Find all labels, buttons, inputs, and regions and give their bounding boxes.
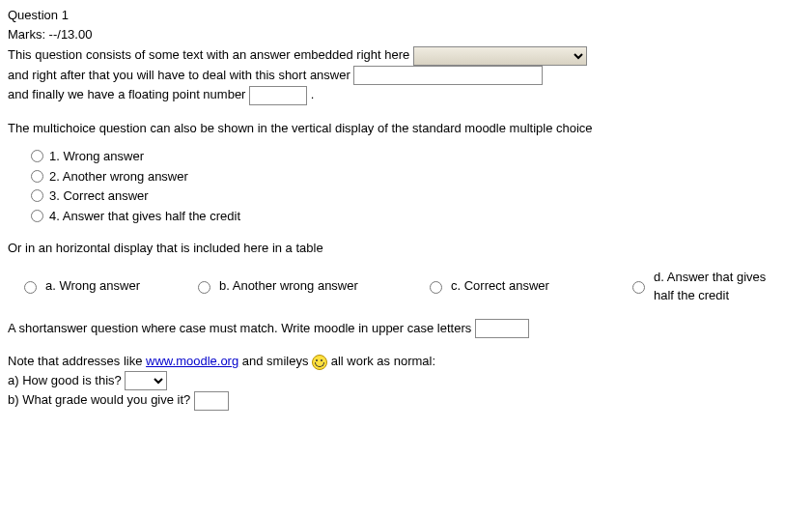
vertical-option-label: 3. Correct answer — [49, 186, 149, 206]
list-item: c. Correct answer — [425, 268, 628, 305]
list-item: 4. Answer that gives half the credit — [31, 207, 804, 226]
sub-b-text: b) What grade would you give it? — [8, 392, 194, 407]
intro-text-3-after: . — [311, 87, 315, 101]
moodle-link[interactable]: www.moodle.org — [146, 354, 238, 368]
horizontal-choice-table: a. Wrong answer b. Another wrong answer … — [8, 268, 804, 305]
note-text-after-smiley: all work as normal: — [331, 354, 435, 368]
horizontal-option-radio-b[interactable] — [198, 281, 210, 294]
note-line: Note that addresses like www.moodle.org … — [8, 352, 804, 371]
horizontal-option-label: a. Wrong answer — [45, 276, 140, 296]
list-item: a. Wrong answer — [19, 268, 193, 305]
horizontal-intro: Or in an horizontal display that is incl… — [8, 239, 804, 258]
question-marks: Marks: --/13.00 — [8, 25, 804, 44]
horizontal-option-label: b. Another wrong answer — [219, 276, 358, 296]
question-title: Question 1 — [8, 6, 804, 25]
horizontal-option-radio-d[interactable] — [632, 281, 645, 294]
vertical-choice-list: 1. Wrong answer 2. Another wrong answer … — [8, 147, 804, 225]
shortanswer-case-text: A shortanswer question where case must m… — [8, 321, 475, 335]
vertical-option-radio-3[interactable] — [31, 189, 43, 202]
intro-text-1: This question consists of some text with… — [8, 47, 413, 62]
multichoice-intro: The multichoice question can also be sho… — [8, 119, 804, 138]
vertical-option-radio-4[interactable] — [31, 210, 43, 222]
list-item: 1. Wrong answer — [31, 147, 804, 166]
sub-b-input[interactable] — [194, 391, 229, 411]
vertical-option-label: 2. Another wrong answer — [49, 167, 188, 186]
horizontal-option-label: d. Answer that gives half the credit — [654, 268, 785, 305]
vertical-option-radio-1[interactable] — [31, 150, 43, 162]
intro-text-2: and right after that you will have to de… — [8, 68, 353, 82]
smiley-icon — [312, 355, 327, 370]
list-item: d. Answer that gives half the credit — [628, 268, 804, 305]
sub-question-a: a) How good is this? — [8, 371, 804, 391]
note-text-before: Note that addresses like — [8, 354, 146, 368]
sub-question-b: b) What grade would you give it? — [8, 390, 804, 411]
list-item: 2. Another wrong answer — [31, 167, 804, 186]
intro-line-1: This question consists of some text with… — [8, 45, 804, 66]
horizontal-option-radio-a[interactable] — [24, 281, 37, 294]
short-answer-input[interactable] — [353, 66, 543, 85]
vertical-option-label: 1. Wrong answer — [49, 147, 144, 166]
shortanswer-case-line: A shortanswer question where case must m… — [8, 319, 804, 339]
intro-line-3: and finally we have a floating point num… — [8, 85, 804, 105]
intro-text-3: and finally we have a floating point num… — [8, 87, 249, 101]
horizontal-option-radio-c[interactable] — [430, 281, 442, 294]
list-item: 3. Correct answer — [31, 186, 804, 206]
embedded-answer-select[interactable] — [413, 46, 587, 66]
vertical-option-label: 4. Answer that gives half the credit — [49, 207, 240, 226]
sub-a-text: a) How good is this? — [8, 373, 125, 387]
shortanswer-case-input[interactable] — [475, 319, 529, 338]
horizontal-option-label: c. Correct answer — [451, 276, 549, 296]
sub-a-select[interactable] — [125, 371, 167, 390]
float-answer-input[interactable] — [249, 86, 307, 105]
note-text-after-link: and smileys — [242, 354, 312, 368]
vertical-option-radio-2[interactable] — [31, 170, 43, 183]
list-item: b. Another wrong answer — [193, 268, 425, 305]
intro-line-2: and right after that you will have to de… — [8, 66, 804, 86]
